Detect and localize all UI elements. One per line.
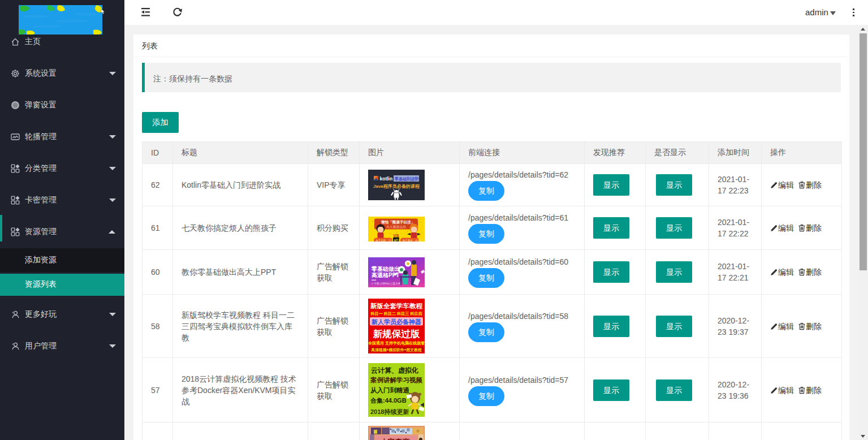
svg-text:高清视频+模拟软件+图文教程: 高清视频+模拟软件+图文教程 bbox=[371, 347, 422, 352]
svg-text:案例讲解学习视频: 案例讲解学习视频 bbox=[370, 376, 423, 384]
svg-text:害怕「熊孩子出没」: 害怕「熊孩子出没」 bbox=[381, 219, 414, 224]
svg-text:从入门到精通: 从入门到精通 bbox=[370, 386, 410, 394]
svg-text:科目一 科目二 科目三 科目四: 科目一 科目二 科目三 科目四 bbox=[370, 312, 422, 316]
svg-text:2018持续更新: 2018持续更新 bbox=[370, 408, 409, 416]
svg-text:全国通用 支持手机电脑在线观看: 全国通用 支持手机电脑在线观看 bbox=[368, 340, 425, 346]
svg-text:零基础到进阶: 零基础到进阶 bbox=[394, 176, 420, 182]
svg-text:高逼格PPT: 高逼格PPT bbox=[372, 272, 399, 278]
svg-text:合集:44.0GB: 合集:44.0GB bbox=[370, 397, 407, 404]
svg-text:新版全套学车教程: 新版全套学车教程 bbox=[370, 302, 423, 309]
svg-text:孩子调皮：咋整?: 孩子调皮：咋整? bbox=[403, 238, 422, 241]
svg-text:新人学员必备神器: 新人学员必备神器 bbox=[371, 318, 421, 326]
svg-text:大富豪商: 大富豪商 bbox=[381, 438, 410, 440]
svg-text:x 可靠小White上道大神: x 可靠小White上道大神 bbox=[372, 281, 401, 284]
svg-text:Java程序员必备的课程: Java程序员必备的课程 bbox=[373, 183, 420, 189]
svg-text:零基础做出: 零基础做出 bbox=[371, 266, 400, 272]
svg-text:云计算、虚拟化: 云计算、虚拟化 bbox=[371, 366, 418, 374]
svg-text:孩子喜欢：怎么办?: 孩子喜欢：怎么办? bbox=[375, 238, 398, 241]
svg-text:大人该怎么办: 大人该怎么办 bbox=[386, 224, 407, 228]
svg-text:kotlin: kotlin bbox=[380, 176, 393, 182]
svg-text:新规保过版: 新规保过版 bbox=[373, 329, 420, 339]
